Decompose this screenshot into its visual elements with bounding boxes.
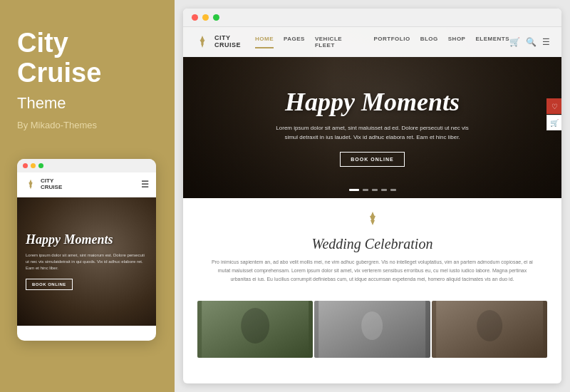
mobile-logo-text: CITY CRUISE	[41, 178, 62, 191]
photo-cell-3	[432, 301, 547, 358]
mobile-dot-yellow	[31, 163, 36, 168]
mobile-hamburger-icon[interactable]: ☰	[141, 180, 149, 190]
floating-heart-icon[interactable]: ♡	[546, 98, 561, 114]
hero-dot-1[interactable]	[349, 189, 359, 191]
mobile-logo: CITY CRUISE	[24, 178, 62, 191]
wedding-icon	[197, 210, 547, 233]
photo-grid	[183, 301, 561, 358]
site-nav: CITY CRUISE HOME PAGES VEHICLE FLEET POR…	[183, 27, 561, 57]
svg-point-3	[361, 311, 383, 340]
mobile-hero-content: Happy Moments Lorem ipsum dolor sit amet…	[17, 197, 156, 326]
site-logo-text: CITY CRUISE	[214, 35, 241, 49]
left-panel: City Cruise Theme By Mikado-Themes CITY …	[0, 0, 175, 392]
title-line1: City	[17, 28, 68, 58]
cart-icon[interactable]: 🛒	[509, 37, 520, 47]
product-author: By Mikado-Themes	[17, 120, 157, 130]
photo-img-1	[197, 301, 313, 358]
site-nav-links: HOME PAGES VEHICLE FLEET PORTFOLIO BLOG …	[255, 36, 509, 48]
mobile-hero-text: Lorem ipsum dolor sit amet, sint maiorum…	[26, 252, 147, 272]
mobile-dot-green	[38, 163, 43, 168]
site-logo-line2: CRUISE	[214, 42, 241, 49]
mobile-nav: CITY CRUISE ☰	[17, 172, 156, 197]
site-logo: CITY CRUISE	[195, 34, 241, 50]
mobile-logo-icon	[24, 178, 37, 191]
mobile-logo-line2: CRUISE	[41, 185, 62, 191]
mobile-browser-bar	[17, 159, 156, 172]
product-subtitle: Theme	[17, 94, 157, 113]
browser-dot-red	[192, 14, 198, 21]
hero-dot-5[interactable]	[390, 189, 396, 191]
mobile-preview: CITY CRUISE ☰ Happy Moments Lorem ipsum …	[17, 159, 156, 341]
nav-link-blog[interactable]: BLOG	[420, 36, 438, 48]
photo-img-2	[314, 301, 430, 358]
site-logo-icon	[195, 34, 210, 50]
menu-icon[interactable]: ☰	[542, 37, 550, 47]
site-nav-icons: 🛒 🔍 ☰	[509, 37, 550, 47]
hero-dots	[349, 189, 396, 191]
site-hero-text: Lorem ipsum dolor sit amet, sint maluiss…	[273, 124, 472, 143]
wedding-section-title: Wedding Celebration	[197, 236, 547, 252]
hero-dot-4[interactable]	[381, 189, 387, 191]
product-title: City Cruise	[17, 29, 157, 88]
hero-dot-2[interactable]	[363, 189, 368, 191]
browser-window: CITY CRUISE HOME PAGES VEHICLE FLEET POR…	[183, 9, 561, 383]
browser-dot-yellow	[202, 14, 209, 21]
site-hero-title: Happy Moments	[285, 87, 460, 117]
svg-point-5	[477, 310, 502, 341]
browser-dot-green	[213, 14, 219, 21]
wedding-section-text: Pro inimicus sapientem an, ad abo velit …	[209, 258, 537, 284]
floating-icons: ♡ 🛒	[546, 98, 561, 130]
nav-link-vehicle-fleet[interactable]: VEHICLE FLEET	[315, 36, 364, 48]
nav-link-pages[interactable]: PAGES	[284, 36, 305, 48]
mobile-hero-title: Happy Moments	[26, 232, 113, 248]
svg-point-1	[241, 308, 269, 344]
nav-link-home[interactable]: HOME	[255, 36, 274, 48]
hero-dot-3[interactable]	[372, 189, 378, 191]
photo-img-3	[432, 301, 547, 358]
search-icon[interactable]: 🔍	[526, 37, 537, 47]
mobile-dot-red	[23, 163, 28, 168]
photo-cell-2	[314, 301, 430, 358]
nav-link-elements[interactable]: ELEMENTS	[475, 36, 509, 48]
title-line2: Cruise	[17, 58, 101, 88]
browser-content: CITY CRUISE HOME PAGES VEHICLE FLEET POR…	[183, 27, 561, 383]
mobile-book-button[interactable]: BOOK ONLINE	[26, 279, 73, 290]
nav-link-shop[interactable]: SHOP	[448, 36, 466, 48]
photo-cell-1	[197, 301, 313, 358]
right-panel: CITY CRUISE HOME PAGES VEHICLE FLEET POR…	[175, 0, 570, 392]
nav-link-portfolio[interactable]: PORTFOLIO	[373, 36, 410, 48]
site-book-button[interactable]: BOOK ONLINE	[340, 152, 404, 167]
mobile-hero: Happy Moments Lorem ipsum dolor sit amet…	[17, 197, 156, 326]
wedding-logo-icon	[363, 210, 383, 229]
floating-cart-icon[interactable]: 🛒	[546, 115, 561, 130]
browser-bar	[183, 9, 561, 27]
wedding-section: Wedding Celebration Pro inimicus sapient…	[183, 198, 561, 301]
